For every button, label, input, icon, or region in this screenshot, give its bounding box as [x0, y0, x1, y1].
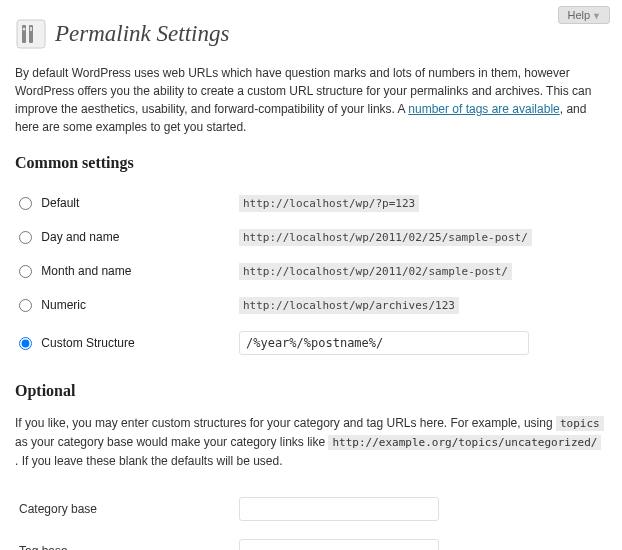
example-default: http://localhost/wp/?p=123	[239, 195, 419, 212]
svg-rect-4	[30, 27, 32, 31]
option-day-label: Day and name	[41, 230, 119, 244]
common-settings-heading: Common settings	[15, 154, 607, 172]
radio-custom[interactable]	[19, 337, 32, 350]
example-numeric: http://localhost/wp/archives/123	[239, 297, 459, 314]
intro-paragraph: By default WordPress uses web URLs which…	[15, 64, 607, 136]
tags-available-link[interactable]: number of tags are available	[408, 102, 559, 116]
radio-month[interactable]	[19, 265, 32, 278]
help-button[interactable]: Help▼	[558, 6, 610, 24]
radio-default[interactable]	[19, 197, 32, 210]
custom-structure-input[interactable]	[239, 331, 529, 355]
optional-fields-table: Category base Tag base	[15, 488, 607, 550]
option-default-label: Default	[41, 196, 79, 210]
category-base-label: Category base	[15, 488, 235, 530]
opt-p1: If you like, you may enter custom struct…	[15, 416, 556, 430]
radio-numeric[interactable]	[19, 299, 32, 312]
radio-day[interactable]	[19, 231, 32, 244]
example-day: http://localhost/wp/2011/02/25/sample-po…	[239, 229, 532, 246]
option-default[interactable]: Default	[19, 196, 79, 210]
option-month-label: Month and name	[41, 264, 131, 278]
opt-code1: topics	[556, 416, 604, 431]
opt-code2: http://example.org/topics/uncategorized/	[328, 435, 601, 450]
permalink-options-table: Default http://localhost/wp/?p=123 Day a…	[15, 186, 607, 364]
option-custom-label: Custom Structure	[41, 336, 134, 350]
example-month: http://localhost/wp/2011/02/sample-post/	[239, 263, 512, 280]
chevron-down-icon: ▼	[592, 11, 601, 21]
tag-base-label: Tag base	[15, 530, 235, 550]
option-day[interactable]: Day and name	[19, 230, 119, 244]
opt-p3: . If you leave these blank the defaults …	[15, 454, 283, 468]
option-month[interactable]: Month and name	[19, 264, 131, 278]
help-label: Help	[567, 9, 590, 21]
permalink-icon	[15, 18, 47, 50]
optional-heading: Optional	[15, 382, 607, 400]
category-base-input[interactable]	[239, 497, 439, 521]
tag-base-input[interactable]	[239, 539, 439, 550]
option-custom[interactable]: Custom Structure	[19, 336, 135, 350]
page-header: Permalink Settings	[15, 18, 607, 50]
option-numeric-label: Numeric	[41, 298, 86, 312]
svg-point-3	[23, 28, 26, 31]
option-numeric[interactable]: Numeric	[19, 298, 86, 312]
optional-paragraph: If you like, you may enter custom struct…	[15, 414, 607, 472]
page-title: Permalink Settings	[55, 21, 229, 47]
opt-p2: as your category base would make your ca…	[15, 435, 328, 449]
